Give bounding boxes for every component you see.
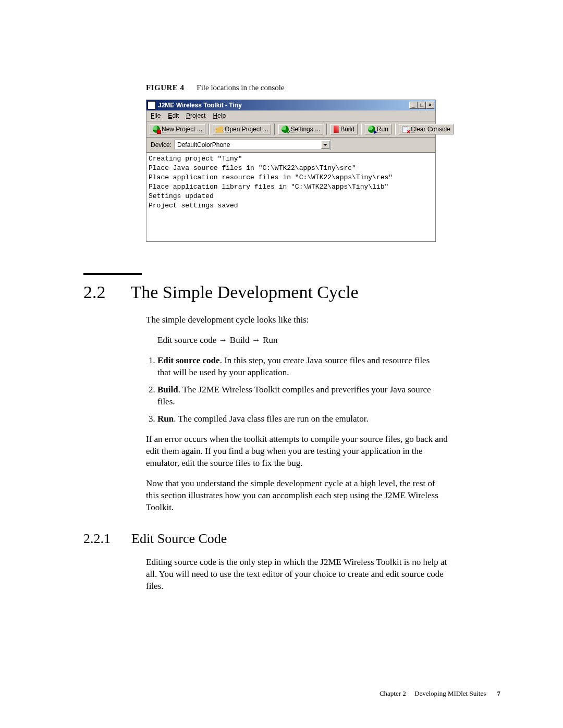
footer-chapter: Chapter 2 xyxy=(380,689,406,697)
separator xyxy=(361,124,362,135)
footer-page: 7 xyxy=(497,689,501,697)
section-rule xyxy=(83,273,142,275)
run-icon xyxy=(368,126,375,133)
section-heading: 2.2 The Simple Development Cycle xyxy=(83,282,500,302)
new-project-icon xyxy=(153,126,160,133)
minimize-button[interactable]: _ xyxy=(409,102,418,109)
run-button[interactable]: Run xyxy=(365,124,391,134)
step-item: Run. The compiled Java class files are r… xyxy=(157,413,438,425)
titlebar: J2ME Wireless Toolkit - Tiny _ □ × xyxy=(146,100,435,110)
menubar: File Edit Project Help xyxy=(146,110,435,121)
settings-icon xyxy=(282,126,289,133)
build-button[interactable]: Build xyxy=(331,124,358,134)
figure-caption: FIGURE 4 File locations in the console xyxy=(146,83,500,92)
screenshot-window: J2ME Wireless Toolkit - Tiny _ □ × File … xyxy=(146,100,436,242)
menu-project[interactable]: Project xyxy=(186,112,205,119)
device-combobox[interactable]: DefaultColorPhone xyxy=(175,140,331,150)
separator xyxy=(274,124,275,135)
intro-paragraph: The simple development cycle looks like … xyxy=(146,314,448,326)
figure-caption-text: File locations in the console xyxy=(197,83,284,92)
new-project-button[interactable]: New Project ... xyxy=(150,124,205,134)
step-item: Edit source code. In this step, you crea… xyxy=(157,354,438,378)
close-button[interactable]: × xyxy=(426,102,434,109)
page-footer: Chapter 2 Developing MIDlet Suites 7 xyxy=(0,689,500,698)
window-title: J2ME Wireless Toolkit - Tiny xyxy=(158,102,242,109)
subsection-heading: 2.2.1 Edit Source Code xyxy=(83,531,500,547)
maximize-button[interactable]: □ xyxy=(418,102,426,109)
open-project-icon xyxy=(216,126,223,133)
subsection-number: 2.2.1 xyxy=(83,531,111,547)
transition-paragraph: Now that you understand the simple devel… xyxy=(146,477,448,513)
menu-file[interactable]: File xyxy=(151,112,161,119)
step-item: Build. The J2ME Wireless Toolkit compile… xyxy=(157,384,438,408)
separator xyxy=(395,124,396,135)
menu-edit[interactable]: Edit xyxy=(168,112,179,119)
clear-console-button[interactable]: Clear Console xyxy=(399,124,454,134)
figure-label: FIGURE 4 xyxy=(146,83,185,92)
clear-console-icon xyxy=(402,127,409,132)
separator xyxy=(209,124,210,135)
build-icon xyxy=(334,126,339,133)
open-project-button[interactable]: Open Project ... xyxy=(213,124,271,134)
steps-list: Edit source code. In this step, you crea… xyxy=(146,354,438,425)
separator xyxy=(326,124,327,135)
device-value: DefaultColorPhone xyxy=(177,141,230,149)
settings-button[interactable]: Settings ... xyxy=(278,124,323,134)
section-number: 2.2 xyxy=(83,282,106,302)
subsection-title: Edit Source Code xyxy=(131,531,227,547)
menu-help[interactable]: Help xyxy=(213,112,226,119)
subsection-paragraph: Editing source code is the only step in … xyxy=(146,556,448,592)
error-paragraph: If an error occurs when the toolkit atte… xyxy=(146,433,448,469)
chevron-down-icon[interactable] xyxy=(321,141,329,149)
device-label: Device: xyxy=(151,141,172,149)
app-icon xyxy=(148,101,156,109)
console-output: Creating project "Tiny" Place Java sourc… xyxy=(146,153,435,241)
flow-paragraph: Edit source code → Build → Run xyxy=(157,334,460,346)
footer-title: Developing MIDlet Suites xyxy=(414,689,486,697)
toolbar: New Project ... Open Project ... Setting… xyxy=(146,121,435,138)
device-row: Device: DefaultColorPhone xyxy=(146,138,435,153)
section-title: The Simple Development Cycle xyxy=(131,282,359,302)
